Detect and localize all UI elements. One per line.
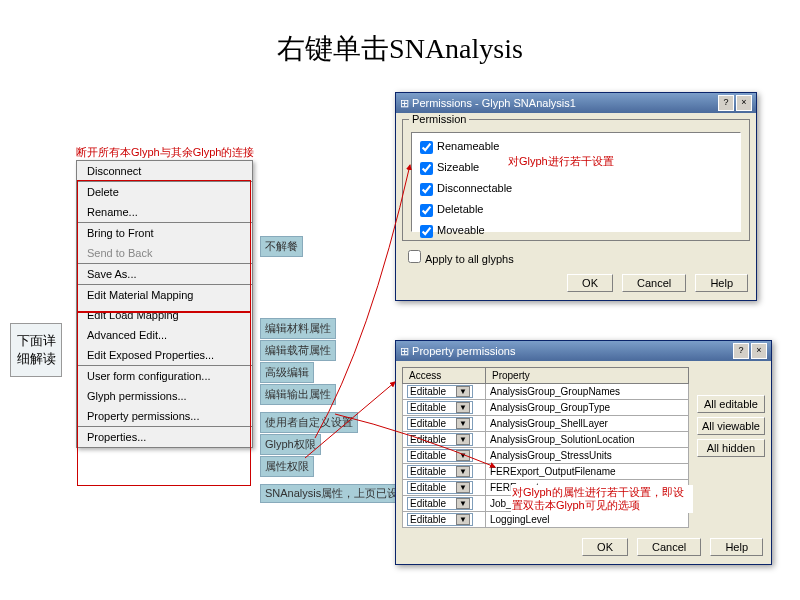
- menu-edit-exposed[interactable]: Edit Exposed Properties...: [77, 345, 252, 365]
- access-dropdown[interactable]: Editable▼: [407, 465, 473, 478]
- lbl-sizeable: Sizeable: [437, 161, 479, 173]
- table-row: Editable▼FERExport_OutputFilename: [403, 464, 689, 480]
- chevron-down-icon: ▼: [456, 466, 470, 477]
- note-edit-load: 编辑载荷属性: [260, 340, 336, 361]
- menu-advanced-edit[interactable]: Advanced Edit...: [77, 325, 252, 345]
- side-label: 下面详细解读: [10, 323, 62, 377]
- close-icon[interactable]: ×: [736, 95, 752, 111]
- ok-button[interactable]: OK: [567, 274, 613, 292]
- menu-properties[interactable]: Properties...: [77, 427, 252, 447]
- cb-moveable[interactable]: [420, 225, 433, 238]
- menu-rename[interactable]: Rename...: [77, 202, 252, 222]
- note-bukaican: 不解餐: [260, 236, 303, 257]
- menu-delete[interactable]: Delete: [77, 182, 252, 202]
- cb-renameable[interactable]: [420, 141, 433, 154]
- menu-user-form[interactable]: User form configuration...: [77, 366, 252, 386]
- access-dropdown[interactable]: Editable▼: [407, 433, 473, 446]
- cancel-button[interactable]: Cancel: [622, 274, 686, 292]
- access-dropdown[interactable]: Editable▼: [407, 401, 473, 414]
- note-disconnect: 断开所有本Glyph与其余Glyph的连接: [76, 145, 254, 160]
- cancel-button-2[interactable]: Cancel: [637, 538, 701, 556]
- chevron-down-icon: ▼: [456, 450, 470, 461]
- menu-bring-to-front[interactable]: Bring to Front: [77, 223, 252, 243]
- lbl-moveable: Moveable: [437, 224, 485, 236]
- cb-apply-all[interactable]: [408, 250, 421, 263]
- dialog-titlebar: ⊞ Permissions - Glyph SNAnalysis1 ? ×: [396, 93, 756, 113]
- lbl-deletable: Deletable: [437, 203, 483, 215]
- note-edit-material: 编辑材料属性: [260, 318, 336, 339]
- dialog-title: ⊞ Permissions - Glyph SNAnalysis1: [400, 97, 576, 110]
- close-icon-2[interactable]: ×: [751, 343, 767, 359]
- access-dropdown[interactable]: Editable▼: [407, 513, 473, 526]
- note-edit-exposed: 编辑输出属性: [260, 384, 336, 405]
- help-button-2[interactable]: Help: [710, 538, 763, 556]
- note-perm-settings: 对Glyph进行若干设置: [508, 155, 614, 168]
- table-row: Editable▼AnalysisGroup_GroupNames: [403, 384, 689, 400]
- menu-glyph-permissions[interactable]: Glyph permissions...: [77, 386, 252, 406]
- lbl-renameable: Renameable: [437, 140, 499, 152]
- access-dropdown[interactable]: Editable▼: [407, 497, 473, 510]
- table-row: Editable▼AnalysisGroup_ShellLayer: [403, 416, 689, 432]
- access-dropdown[interactable]: Editable▼: [407, 385, 473, 398]
- help-button[interactable]: Help: [695, 274, 748, 292]
- context-menu: Disconnect Delete Rename... Bring to Fro…: [76, 160, 253, 448]
- chevron-down-icon: ▼: [456, 402, 470, 413]
- page-title: 右键单击SNAnalysis: [0, 0, 800, 78]
- prop-name: LoggingLevel: [486, 512, 689, 528]
- all-editable-button[interactable]: All editable: [697, 395, 765, 413]
- chevron-down-icon: ▼: [456, 514, 470, 525]
- menu-edit-load[interactable]: Edit Load Mapping: [77, 305, 252, 325]
- chevron-down-icon: ▼: [456, 482, 470, 493]
- prop-name: FERExport_OutputFilename: [486, 464, 689, 480]
- note-glyph-perm: Glyph权限: [260, 434, 321, 455]
- property-permissions-dialog: ⊞ Property permissions ? × AccessPropert…: [395, 340, 772, 565]
- lbl-apply-all: Apply to all glyphs: [425, 253, 514, 265]
- menu-save-as[interactable]: Save As...: [77, 264, 252, 284]
- cb-sizeable[interactable]: [420, 162, 433, 175]
- col-property[interactable]: Property: [486, 368, 689, 384]
- permissions-dialog: ⊞ Permissions - Glyph SNAnalysis1 ? × Pe…: [395, 92, 757, 301]
- table-row: Editable▼AnalysisGroup_StressUnits: [403, 448, 689, 464]
- access-dropdown[interactable]: Editable▼: [407, 481, 473, 494]
- help-button-icon[interactable]: ?: [718, 95, 734, 111]
- chevron-down-icon: ▼: [456, 434, 470, 445]
- note-user-form: 使用者自定义设置: [260, 412, 358, 433]
- note-adv-edit: 高级编辑: [260, 362, 314, 383]
- access-dropdown[interactable]: Editable▼: [407, 417, 473, 430]
- menu-property-permissions[interactable]: Property permissions...: [77, 406, 252, 426]
- prop-name: AnalysisGroup_GroupType: [486, 400, 689, 416]
- help-button-icon-2[interactable]: ?: [733, 343, 749, 359]
- prop-name: AnalysisGroup_GroupNames: [486, 384, 689, 400]
- table-row: Editable▼LoggingLevel: [403, 512, 689, 528]
- dialog2-titlebar: ⊞ Property permissions ? ×: [396, 341, 771, 361]
- prop-name: AnalysisGroup_ShellLayer: [486, 416, 689, 432]
- note-sn-props: SNAnalysis属性，上页已设置: [260, 484, 414, 503]
- prop-name: AnalysisGroup_SolutionLocation: [486, 432, 689, 448]
- menu-send-to-back: Send to Back: [77, 243, 252, 263]
- note-prop-settings: 对Glyph的属性进行若干设置，即设置双击本Glyph可见的选项: [511, 485, 693, 513]
- note-prop-perm: 属性权限: [260, 456, 314, 477]
- table-row: Editable▼AnalysisGroup_SolutionLocation: [403, 432, 689, 448]
- lbl-disconnectable: Disconnectable: [437, 182, 512, 194]
- group-label: Permission: [409, 113, 469, 125]
- all-hidden-button[interactable]: All hidden: [697, 439, 765, 457]
- menu-disconnect[interactable]: Disconnect: [77, 161, 252, 181]
- col-access[interactable]: Access: [403, 368, 486, 384]
- menu-edit-material[interactable]: Edit Material Mapping: [77, 285, 252, 305]
- cb-disconnectable[interactable]: [420, 183, 433, 196]
- chevron-down-icon: ▼: [456, 386, 470, 397]
- dialog2-title: ⊞ Property permissions: [400, 345, 515, 358]
- permission-group: Permission Renameable Sizeable Disconnec…: [402, 119, 750, 241]
- prop-name: AnalysisGroup_StressUnits: [486, 448, 689, 464]
- cb-deletable[interactable]: [420, 204, 433, 217]
- ok-button-2[interactable]: OK: [582, 538, 628, 556]
- all-viewable-button[interactable]: All viewable: [697, 417, 765, 435]
- chevron-down-icon: ▼: [456, 498, 470, 509]
- chevron-down-icon: ▼: [456, 418, 470, 429]
- table-row: Editable▼AnalysisGroup_GroupType: [403, 400, 689, 416]
- access-dropdown[interactable]: Editable▼: [407, 449, 473, 462]
